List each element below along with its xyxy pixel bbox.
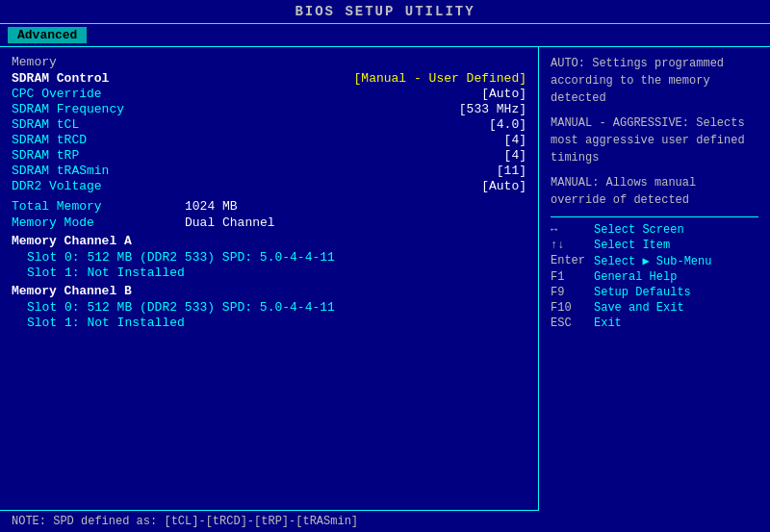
memory-info-row-0: Total Memory1024 MB: [12, 199, 526, 214]
bios-title: BIOS SETUP UTILITY: [295, 4, 475, 19]
key-desc-1: Select Item: [594, 239, 670, 252]
left-panel: Memory SDRAM Control[Manual - User Defin…: [0, 47, 539, 525]
settings-value-7: [Auto]: [481, 179, 526, 193]
key-desc-6: Exit: [594, 317, 622, 330]
key-row-5: F10Save and Exit: [551, 301, 758, 315]
settings-row-0[interactable]: SDRAM Control[Manual - User Defined]: [12, 71, 526, 86]
auto-help-text: AUTO: Settings programmed according to t…: [551, 55, 758, 107]
settings-key-5: SDRAM tRP: [12, 148, 79, 163]
channel-b-slot-1: Slot 1: Not Installed: [12, 316, 526, 330]
settings-row-7[interactable]: DDR2 Voltage[Auto]: [12, 179, 526, 193]
key-label-4: F9: [551, 286, 594, 299]
settings-row-2[interactable]: SDRAM Frequency[533 MHz]: [12, 102, 526, 116]
key-row-0: ↔Select Screen: [551, 223, 758, 237]
memory-info-row-1: Memory ModeDual Channel: [12, 215, 526, 230]
channel-b-header: Memory Channel B: [12, 284, 526, 298]
channel-a-slot-0: Slot 0: 512 MB (DDR2 533) SPD: 5.0-4-4-1…: [12, 250, 526, 265]
settings-value-0: [Manual - User Defined]: [354, 71, 526, 86]
key-row-3: F1General Help: [551, 270, 758, 284]
key-label-1: ↑↓: [551, 239, 594, 252]
note-text: NOTE: SPD defined as: [tCL]-[tRCD]-[tRP]…: [12, 515, 358, 528]
tab-bar: Advanced: [0, 24, 770, 47]
settings-key-2: SDRAM Frequency: [12, 102, 124, 116]
settings-row-6[interactable]: SDRAM tRASmin[11]: [12, 164, 526, 178]
settings-value-3: [4.0]: [489, 117, 526, 132]
settings-value-1: [Auto]: [481, 87, 526, 101]
key-desc-2: Select ▶ Sub-Menu: [594, 254, 711, 268]
settings-value-5: [4]: [504, 148, 526, 163]
manual-aggressive-help-text: MANUAL - AGGRESSIVE: Selects most aggres…: [551, 114, 758, 166]
right-panel: AUTO: Settings programmed according to t…: [539, 47, 770, 525]
key-label-0: ↔: [551, 223, 594, 237]
key-row-4: F9Setup Defaults: [551, 286, 758, 299]
section-label: Memory: [12, 55, 526, 69]
memory-info: Total Memory1024 MBMemory ModeDual Chann…: [12, 199, 526, 330]
settings-key-7: DDR2 Voltage: [12, 179, 102, 193]
settings-row-5[interactable]: SDRAM tRP[4]: [12, 148, 526, 163]
settings-key-1: CPC Override: [12, 87, 102, 101]
key-row-2: EnterSelect ▶ Sub-Menu: [551, 254, 758, 268]
key-desc-5: Save and Exit: [594, 301, 684, 315]
settings-value-4: [4]: [504, 133, 526, 147]
key-label-3: F1: [551, 270, 594, 284]
key-label-2: Enter: [551, 254, 594, 268]
settings-key-6: SDRAM tRASmin: [12, 164, 109, 178]
key-desc-4: Setup Defaults: [594, 286, 691, 299]
key-row-6: ESCExit: [551, 317, 758, 330]
settings-row-4[interactable]: SDRAM tRCD[4]: [12, 133, 526, 147]
settings-value-6: [11]: [497, 164, 526, 178]
help-divider: [551, 216, 758, 217]
manual-help-text: MANUAL: Allows manual override of detect…: [551, 174, 758, 209]
key-label-5: F10: [551, 301, 594, 315]
settings-row-3[interactable]: SDRAM tCL[4.0]: [12, 117, 526, 132]
settings-key-3: SDRAM tCL: [12, 117, 79, 132]
channel-a-header: Memory Channel A: [12, 234, 526, 248]
settings-key-0: SDRAM Control: [12, 71, 109, 86]
title-bar: BIOS SETUP UTILITY: [0, 0, 770, 24]
channel-a-slot-1: Slot 1: Not Installed: [12, 266, 526, 280]
settings-key-4: SDRAM tRCD: [12, 133, 87, 147]
settings-value-2: [533 MHz]: [459, 102, 526, 116]
key-label-6: ESC: [551, 317, 594, 330]
key-desc-3: General Help: [594, 270, 677, 284]
settings-row-1[interactable]: CPC Override[Auto]: [12, 87, 526, 101]
key-desc-0: Select Screen: [594, 223, 684, 237]
tab-advanced[interactable]: Advanced: [8, 27, 87, 43]
channel-b-slot-0: Slot 0: 512 MB (DDR2 533) SPD: 5.0-4-4-1…: [12, 300, 526, 315]
key-row-1: ↑↓Select Item: [551, 239, 758, 252]
